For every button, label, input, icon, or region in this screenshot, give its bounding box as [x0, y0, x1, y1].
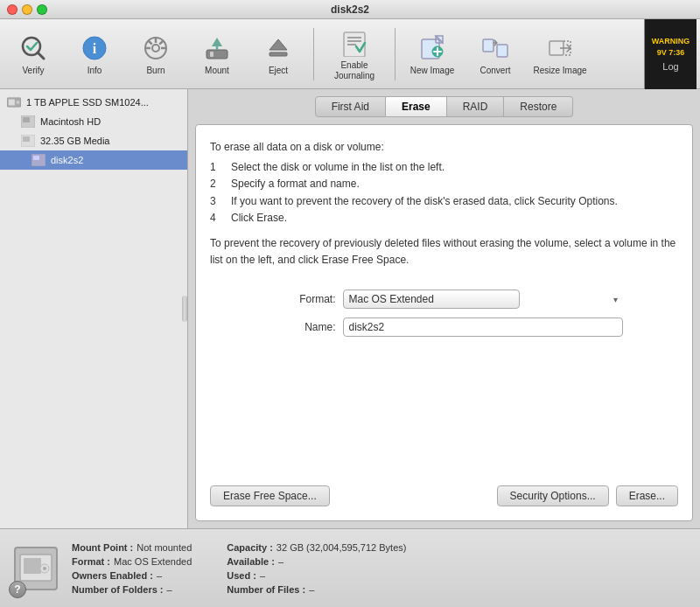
- svg-rect-34: [9, 99, 15, 105]
- svg-line-10: [159, 40, 163, 44]
- right-buttons: Security Options... Erase...: [497, 485, 678, 506]
- erase-instructions: To erase all data on a disk or volume: 1…: [210, 139, 678, 272]
- maximize-button[interactable]: [37, 4, 47, 15]
- status-capacity-row: Capacity : 32 GB (32,004,595,712 Bytes): [227, 542, 406, 553]
- security-options-button[interactable]: Security Options...: [497, 485, 609, 506]
- format-select-wrapper: Mac OS Extended Mac OS Extended (Journal…: [343, 290, 623, 309]
- svg-rect-39: [23, 136, 30, 142]
- macintosh-hd-label: Macintosh HD: [40, 116, 101, 127]
- toolbar-separator-2: [395, 28, 396, 80]
- name-input[interactable]: [343, 317, 623, 337]
- svg-rect-37: [23, 117, 30, 122]
- tab-first-aid[interactable]: First Aid: [315, 96, 386, 117]
- convert-icon: [480, 32, 511, 64]
- capacity-key: Capacity :: [227, 542, 273, 553]
- disk2s2-label: disk2s2: [51, 155, 83, 165]
- status-info: Mount Point : Not mounted Format : Mac O…: [72, 542, 686, 595]
- burn-label: Burn: [146, 66, 164, 76]
- tab-erase[interactable]: Erase: [386, 96, 447, 117]
- svg-rect-29: [483, 39, 494, 52]
- info-label: Info: [88, 66, 102, 76]
- verify-label: Verify: [22, 66, 44, 76]
- svg-text:i: i: [93, 41, 97, 56]
- mount-icon: [201, 32, 233, 64]
- toolbar-new-image[interactable]: New Image: [401, 23, 464, 86]
- folders-key: Number of Folders :: [72, 584, 164, 595]
- status-folders-row: Number of Folders : –: [72, 584, 192, 595]
- disk2s2-icon: [32, 153, 46, 167]
- status-owners-row: Owners Enabled : –: [72, 570, 192, 581]
- mount-point-val: Not mounted: [136, 542, 192, 553]
- ssd-disk-icon: [7, 95, 21, 109]
- name-row: Name:: [210, 317, 678, 337]
- available-key: Available :: [227, 556, 275, 567]
- svg-rect-41: [33, 156, 39, 160]
- erase-free-space-button[interactable]: Erase Free Space...: [210, 485, 330, 506]
- title-bar: disk2s2: [0, 0, 700, 19]
- tab-restore[interactable]: Restore: [504, 96, 573, 117]
- new-image-icon: [416, 32, 448, 64]
- help-button[interactable]: ?: [9, 581, 26, 598]
- close-button[interactable]: [7, 4, 18, 15]
- files-key: Number of Files :: [227, 584, 305, 595]
- log-warning: WARNING 9V 7:36: [652, 36, 690, 58]
- instruction-line-5: To prevent the recovery of previously de…: [210, 235, 678, 269]
- media-label: 32.35 GB Media: [40, 136, 110, 146]
- verify-icon: [18, 32, 49, 64]
- toolbar-enable-journaling[interactable]: Enable Journaling: [319, 23, 389, 86]
- panel-buttons: Erase Free Space... Security Options... …: [210, 485, 678, 506]
- svg-rect-12: [210, 52, 214, 57]
- log-button[interactable]: WARNING 9V 7:36 Log: [644, 19, 696, 89]
- minimize-button[interactable]: [22, 4, 32, 15]
- content-area: First Aid Erase RAID Restore To erase al…: [188, 89, 700, 528]
- format-select[interactable]: Mac OS Extended Mac OS Extended (Journal…: [343, 290, 520, 309]
- convert-label: Convert: [480, 66, 510, 76]
- sidebar-resize-handle[interactable]: [182, 296, 187, 322]
- sidebar-item-disk2s2[interactable]: disk2s2: [0, 150, 187, 170]
- svg-line-1: [38, 52, 44, 59]
- toolbar-info[interactable]: i Info: [65, 23, 124, 86]
- instruction-line-0: To erase all data on a disk or volume:: [210, 139, 678, 156]
- toolbar-verify[interactable]: Verify: [4, 23, 63, 86]
- svg-rect-11: [206, 50, 228, 59]
- sidebar-item-macintosh-hd[interactable]: Macintosh HD: [0, 112, 187, 131]
- toolbar-mount[interactable]: Mount: [187, 23, 247, 86]
- erase-panel: To erase all data on a disk or volume: 1…: [195, 124, 693, 521]
- used-val: –: [260, 570, 265, 581]
- status-bar: Mount Point : Not mounted Format : Mac O…: [0, 528, 700, 607]
- svg-marker-13: [212, 38, 222, 46]
- svg-marker-15: [270, 39, 287, 50]
- svg-point-35: [16, 101, 19, 104]
- new-image-label: New Image: [410, 66, 455, 76]
- toolbar-eject[interactable]: Eject: [248, 23, 308, 86]
- svg-rect-30: [497, 45, 508, 57]
- eject-icon: [262, 32, 294, 64]
- format-val: Mac OS Extended: [114, 556, 192, 567]
- sidebar-item-ssd[interactable]: 1 TB APPLE SSD SM1024...: [0, 93, 187, 112]
- owners-key: Owners Enabled :: [72, 570, 153, 581]
- mount-point-key: Mount Point :: [72, 542, 133, 553]
- files-val: –: [309, 584, 314, 595]
- ssd-label: 1 TB APPLE SSD SM1024...: [26, 97, 149, 108]
- mount-label: Mount: [205, 66, 229, 76]
- status-format-row: Format : Mac OS Extended: [72, 556, 192, 567]
- svg-rect-16: [270, 52, 287, 56]
- toolbar-burn[interactable]: Burn: [126, 23, 186, 86]
- toolbar-resize-image[interactable]: Resize Image: [527, 23, 593, 86]
- resize-image-label: Resize Image: [533, 66, 586, 76]
- available-val: –: [278, 556, 284, 567]
- sidebar: 1 TB APPLE SSD SM1024... Macintosh HD 32…: [0, 89, 188, 528]
- eject-label: Eject: [269, 66, 288, 76]
- erase-button[interactable]: Erase...: [616, 485, 678, 506]
- help-button-area: ?: [9, 581, 26, 598]
- status-mount-row: Mount Point : Not mounted: [72, 542, 192, 553]
- toolbar-separator-1: [313, 28, 314, 80]
- window-controls[interactable]: [7, 4, 47, 15]
- sidebar-item-media[interactable]: 32.35 GB Media: [0, 131, 187, 150]
- log-label: Log: [662, 61, 678, 72]
- format-key: Format :: [72, 556, 110, 567]
- toolbar-convert[interactable]: Convert: [466, 23, 525, 86]
- format-row: Format: Mac OS Extended Mac OS Extended …: [210, 290, 678, 309]
- format-label: Format:: [266, 293, 336, 305]
- tab-raid[interactable]: RAID: [447, 96, 505, 117]
